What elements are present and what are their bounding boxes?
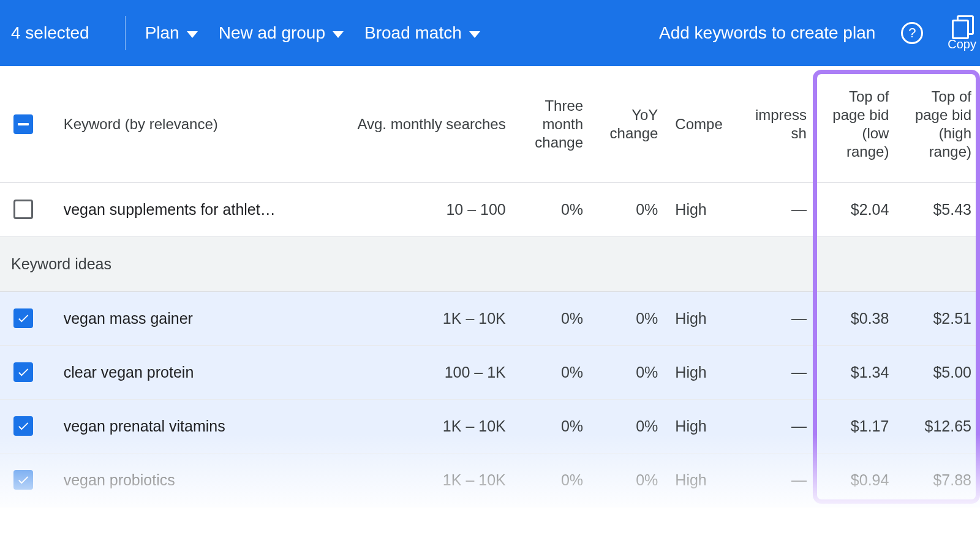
table-wrap: Keyword (by relevance) Avg. monthly sear… [0, 66, 980, 507]
cell-avg: 1K – 10K [298, 291, 514, 345]
header-checkbox-cell [0, 66, 55, 182]
section-label: Keyword ideas [0, 236, 980, 291]
section-row: Keyword ideas [0, 236, 980, 291]
cell-impr-share: — [741, 291, 815, 345]
chevron-down-icon [187, 31, 198, 38]
cell-avg: 10 – 100 [298, 182, 514, 236]
cell-keyword: clear vegan protein [55, 345, 298, 399]
row-checkbox-cell [0, 291, 55, 345]
col-impr-share[interactable]: impress sh [741, 66, 815, 182]
match-dropdown[interactable]: Broad match [364, 23, 480, 43]
match-dropdown-label: Broad match [364, 23, 462, 43]
keyword-table: Keyword (by relevance) Avg. monthly sear… [0, 66, 980, 507]
cell-bid-high: $2.51 [897, 291, 980, 345]
col-bid-high[interactable]: Top of page bid (high range) [897, 66, 980, 182]
cell-bid-low: $1.17 [815, 399, 898, 453]
selection-toolbar: 4 selected Plan New ad group Broad match… [0, 0, 980, 66]
plan-dropdown[interactable]: Plan [145, 23, 198, 43]
check-icon [17, 365, 30, 379]
row-checkbox-cell [0, 453, 55, 507]
col-competition[interactable]: Compe [666, 66, 740, 182]
help-icon[interactable]: ? [901, 22, 923, 44]
col-yoy[interactable]: YoY change [592, 66, 666, 182]
copy-icon [952, 15, 973, 36]
adgroup-dropdown[interactable]: New ad group [219, 23, 344, 43]
cell-yoy: 0% [592, 399, 666, 453]
cell-impr-share: — [741, 345, 815, 399]
cell-competition: High [666, 453, 740, 507]
cell-bid-high: $7.88 [897, 453, 980, 507]
table-row[interactable]: clear vegan protein 100 – 1K 0% 0% High … [0, 345, 980, 399]
cell-bid-high: $5.00 [897, 345, 980, 399]
copy-button[interactable]: Copy [948, 15, 976, 51]
cell-three-month: 0% [514, 291, 592, 345]
row-checkbox[interactable] [13, 362, 33, 382]
cell-competition: High [666, 399, 740, 453]
toolbar-divider [125, 16, 126, 50]
adgroup-dropdown-label: New ad group [219, 23, 325, 43]
cell-bid-low: $2.04 [815, 182, 898, 236]
cell-three-month: 0% [514, 345, 592, 399]
cell-yoy: 0% [592, 182, 666, 236]
row-checkbox[interactable] [13, 308, 33, 328]
table-row[interactable]: vegan probiotics 1K – 10K 0% 0% High — $… [0, 453, 980, 507]
cell-yoy: 0% [592, 291, 666, 345]
check-icon [17, 419, 30, 433]
add-keywords-button[interactable]: Add keywords to create plan [659, 23, 875, 43]
cell-impr-share: — [741, 453, 815, 507]
cell-yoy: 0% [592, 345, 666, 399]
cell-avg: 1K – 10K [298, 399, 514, 453]
row-checkbox-cell [0, 182, 55, 236]
selected-count: 4 selected [11, 23, 108, 43]
table-row[interactable]: vegan supplements for athlet… 10 – 100 0… [0, 182, 980, 236]
cell-keyword: vegan supplements for athlet… [55, 182, 298, 236]
row-checkbox[interactable] [13, 416, 33, 436]
cell-impr-share: — [741, 182, 815, 236]
row-checkbox[interactable] [13, 470, 33, 490]
cell-three-month: 0% [514, 453, 592, 507]
col-three-month[interactable]: Three month change [514, 66, 592, 182]
cell-competition: High [666, 182, 740, 236]
check-icon [17, 312, 30, 325]
cell-bid-high: $12.65 [897, 399, 980, 453]
plan-dropdown-label: Plan [145, 23, 179, 43]
copy-label: Copy [948, 37, 976, 51]
cell-three-month: 0% [514, 399, 592, 453]
cell-avg: 1K – 10K [298, 453, 514, 507]
cell-yoy: 0% [592, 453, 666, 507]
col-bid-low[interactable]: Top of page bid (low range) [815, 66, 898, 182]
chevron-down-icon [333, 31, 344, 38]
cell-impr-share: — [741, 399, 815, 453]
cell-avg: 100 – 1K [298, 345, 514, 399]
select-all-checkbox[interactable] [13, 114, 33, 134]
table-row[interactable]: vegan mass gainer 1K – 10K 0% 0% High — … [0, 291, 980, 345]
cell-keyword: vegan mass gainer [55, 291, 298, 345]
row-checkbox-cell [0, 345, 55, 399]
col-keyword[interactable]: Keyword (by relevance) [55, 66, 298, 182]
cell-competition: High [666, 291, 740, 345]
chevron-down-icon [469, 31, 480, 38]
cell-keyword: vegan probiotics [55, 453, 298, 507]
cell-bid-low: $0.38 [815, 291, 898, 345]
cell-bid-low: $0.94 [815, 453, 898, 507]
table-row[interactable]: vegan prenatal vitamins 1K – 10K 0% 0% H… [0, 399, 980, 453]
check-icon [17, 473, 30, 487]
cell-bid-high: $5.43 [897, 182, 980, 236]
col-avg-searches[interactable]: Avg. monthly searches [298, 66, 514, 182]
cell-keyword: vegan prenatal vitamins [55, 399, 298, 453]
table-header-row: Keyword (by relevance) Avg. monthly sear… [0, 66, 980, 182]
row-checkbox[interactable] [13, 200, 33, 219]
cell-bid-low: $1.34 [815, 345, 898, 399]
cell-three-month: 0% [514, 182, 592, 236]
row-checkbox-cell [0, 399, 55, 453]
cell-competition: High [666, 345, 740, 399]
